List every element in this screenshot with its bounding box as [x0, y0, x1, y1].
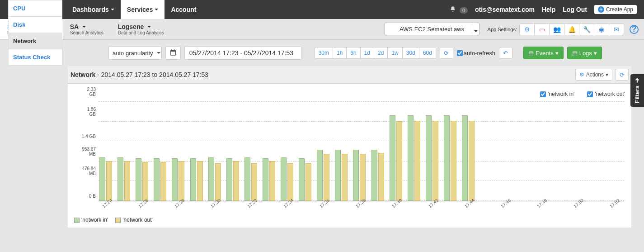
bar-group[interactable] [390, 115, 402, 201]
sidebar-item-disk[interactable]: Disk [8, 17, 62, 33]
notifications-button[interactable]: 0 [450, 6, 468, 14]
bar-network-out[interactable] [269, 161, 275, 201]
bar-network-out[interactable] [324, 154, 329, 201]
help-button[interactable]: ? [630, 25, 639, 34]
bar-network-in[interactable] [426, 115, 432, 201]
bar-network-in[interactable] [99, 157, 105, 201]
product-tab-sa[interactable]: SA Search Analytics [63, 19, 111, 39]
bar-network-out[interactable] [160, 162, 166, 201]
bar-group[interactable] [371, 150, 384, 201]
auto-refresh-toggle[interactable]: auto-refresh [457, 50, 495, 57]
app-selector-dropdown[interactable]: AWS EC2 Sematext.aws [385, 23, 479, 35]
undo-button[interactable]: ↶ [499, 47, 512, 59]
user-email[interactable]: otis@sematext.com [475, 0, 535, 19]
bar-group[interactable] [299, 158, 311, 201]
bar-network-in[interactable] [172, 158, 178, 201]
bar-group[interactable] [281, 157, 293, 201]
refresh-button[interactable]: ⟳ [440, 47, 453, 59]
range-btn-1h[interactable]: 1h [333, 47, 347, 59]
events-button[interactable]: ▤ Events ▾ [523, 47, 564, 59]
range-btn-6h[interactable]: 6h [346, 47, 360, 59]
chart-refresh-button[interactable]: ⟳ [615, 69, 629, 81]
granularity-select[interactable]: auto granularity [108, 46, 162, 60]
bar-network-in[interactable] [190, 158, 196, 201]
bar-network-in[interactable] [390, 115, 395, 201]
team-button[interactable]: 👥 [549, 24, 564, 35]
date-range-input[interactable]: 05/27/2014 17:23 - 05/27/2014 17:53 [184, 46, 302, 60]
bar-network-out[interactable] [306, 163, 311, 201]
bar-network-out[interactable] [342, 154, 348, 201]
bar-network-in[interactable] [335, 150, 341, 201]
bar-network-in[interactable] [118, 157, 123, 201]
bar-group[interactable] [118, 157, 130, 201]
bar-group[interactable] [462, 115, 475, 201]
range-btn-2d[interactable]: 2d [374, 47, 388, 59]
bar-network-out[interactable] [287, 163, 293, 201]
bar-group[interactable] [335, 150, 348, 201]
legend-toggle-network-in[interactable]: 'network in' [540, 91, 574, 97]
bar-network-out[interactable] [469, 121, 475, 201]
nav-dashboards[interactable]: Dashboards [66, 0, 121, 19]
bar-network-in[interactable] [317, 150, 323, 201]
bar-group[interactable] [190, 158, 203, 201]
range-btn-60d[interactable]: 60d [419, 47, 436, 59]
product-tab-logsene[interactable]: Logsene Data and Log Analytics [111, 19, 171, 39]
bar-network-in[interactable] [408, 115, 414, 201]
bar-network-out[interactable] [360, 154, 366, 201]
bar-group[interactable] [226, 158, 239, 201]
bar-network-out[interactable] [451, 121, 456, 201]
bar-network-in[interactable] [299, 158, 305, 201]
bar-network-in[interactable] [136, 158, 141, 201]
bar-network-out[interactable] [106, 161, 112, 201]
help-link[interactable]: Help [542, 0, 555, 19]
bar-group[interactable] [172, 158, 184, 201]
bar-group[interactable] [353, 150, 366, 201]
bar-network-out[interactable] [251, 163, 257, 201]
sidebar-item-status-check[interactable]: Status Check [8, 49, 62, 66]
alerts-button[interactable]: 🔔 [564, 24, 579, 35]
bar-network-out[interactable] [396, 121, 402, 201]
bar-group[interactable] [426, 115, 438, 201]
bar-network-out[interactable] [142, 162, 148, 201]
filters-panel-toggle[interactable]: Filters ➔ [630, 74, 644, 107]
settings-gear-button[interactable]: ⚙ [519, 24, 535, 35]
dashboard-button[interactable]: ◉ [594, 24, 609, 35]
bar-network-in[interactable] [263, 158, 268, 201]
bar-network-out[interactable] [378, 153, 384, 201]
logout-link[interactable]: Log Out [563, 0, 587, 19]
bar-group[interactable] [263, 158, 275, 201]
bar-group[interactable] [244, 157, 257, 201]
bar-group[interactable] [154, 158, 166, 201]
bar-network-out[interactable] [432, 121, 438, 201]
bar-network-in[interactable] [281, 157, 287, 201]
bar-network-in[interactable] [444, 115, 450, 201]
bar-network-in[interactable] [462, 115, 468, 201]
range-btn-30d[interactable]: 30d [402, 47, 419, 59]
range-btn-30m[interactable]: 30m [315, 47, 333, 59]
bar-group[interactable] [136, 158, 148, 201]
bar-network-in[interactable] [244, 157, 250, 201]
bar-network-in[interactable] [208, 157, 214, 201]
chart-area[interactable]: 2.33GB1.86GB1.4 GB953.67MB476.84MB0 B [99, 102, 624, 201]
calendar-button[interactable] [165, 46, 181, 60]
nav-services[interactable]: Services [121, 0, 165, 19]
bar-network-in[interactable] [371, 150, 377, 201]
bar-group[interactable] [208, 157, 221, 201]
bar-group[interactable] [99, 157, 112, 201]
auto-refresh-checkbox[interactable] [457, 50, 463, 56]
range-btn-1w[interactable]: 1w [387, 47, 402, 59]
sidebar-item-cpu[interactable]: CPU [8, 0, 62, 17]
bar-network-in[interactable] [226, 158, 232, 201]
bar-network-out[interactable] [215, 163, 221, 201]
card-button[interactable]: ▭ [534, 24, 550, 35]
legend-toggle-network-out[interactable]: 'network out' [587, 91, 625, 97]
nav-account[interactable]: Account [165, 0, 202, 19]
mail-button[interactable]: ✉ [609, 24, 624, 35]
bar-group[interactable] [444, 115, 456, 201]
bar-network-in[interactable] [353, 150, 359, 201]
bar-network-out[interactable] [197, 161, 203, 201]
bar-network-out[interactable] [233, 161, 239, 201]
bar-group[interactable] [317, 150, 329, 201]
logs-button[interactable]: ▤ Logs ▾ [567, 47, 602, 59]
tools-button[interactable]: 🔧 [579, 24, 594, 35]
